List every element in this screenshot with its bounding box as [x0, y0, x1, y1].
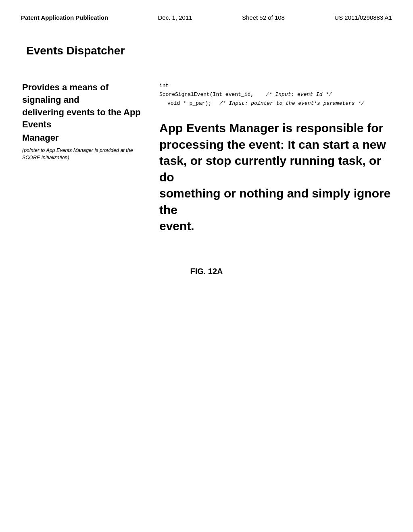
- int-label: int: [159, 81, 391, 90]
- fig-label: FIG. 12A: [22, 267, 391, 276]
- page-title: Events Dispatcher: [26, 44, 391, 57]
- code-block: int ScoreSignalEvent(Int event_id, /* In…: [159, 81, 391, 108]
- comment2: /* Input: pointer to the event's paramet…: [219, 99, 364, 108]
- app-events-description: App Events Manager is responsible for pr…: [159, 120, 391, 235]
- pointer-note: (pointer to App Events Manager is provid…: [22, 147, 143, 161]
- description-line1: Provides a means of signaling and: [22, 81, 143, 106]
- date-label: Dec. 1, 2011: [158, 14, 192, 21]
- sheet-label: Sheet 52 of 108: [242, 14, 285, 21]
- void-line: void * p_par);: [167, 99, 211, 108]
- app-desc-line2: processing the event: It can start a new: [159, 137, 391, 153]
- patent-publication-label: Patent Application Publication: [21, 14, 108, 21]
- app-desc-line4: something or nothing and simply ignore t…: [159, 185, 391, 218]
- app-desc-line3: task, or stop currently running task, or…: [159, 153, 391, 185]
- patent-number-label: US 2011/0290883 A1: [334, 14, 392, 21]
- description-block: Provides a means of signaling and delive…: [22, 81, 143, 161]
- function-line: ScoreSignalEvent(Int event_id,: [159, 90, 254, 99]
- app-desc-line1: App Events Manager is responsible for: [159, 120, 391, 137]
- description-line2: delivering events to the App Events: [22, 106, 143, 131]
- manager-label: Manager: [22, 133, 143, 143]
- app-desc-line5: event.: [159, 218, 391, 235]
- comment1: /* Input: event Id */: [266, 90, 332, 99]
